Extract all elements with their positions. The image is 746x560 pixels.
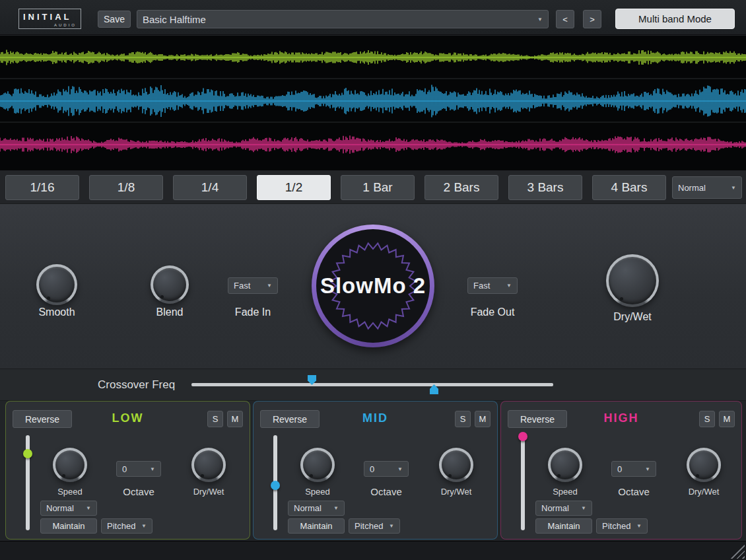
band-drywet-label: Dry/Wet <box>433 487 479 497</box>
speed-knob[interactable] <box>548 448 582 482</box>
smooth-knob[interactable] <box>36 264 77 305</box>
band-volume-handle[interactable] <box>23 449 32 458</box>
top-bar: INITIAL AUDIO Save Basic Halftime ▼ < > … <box>0 0 746 35</box>
pitch-value: Pitched <box>602 521 630 531</box>
band-drywet-label: Dry/Wet <box>186 487 232 497</box>
solo-button[interactable]: S <box>699 411 715 427</box>
fade-out-select[interactable]: Fast ▼ <box>467 277 518 294</box>
band-title: HIGH <box>604 411 639 425</box>
waveform-high <box>0 123 746 166</box>
octave-select[interactable]: 0 ▼ <box>364 461 409 477</box>
timing-button-1-bar[interactable]: 1 Bar <box>341 175 415 200</box>
speed-label: Speed <box>545 487 585 497</box>
chevron-down-icon: ▼ <box>267 283 272 289</box>
timing-mode-select[interactable]: Normal ▼ <box>672 176 742 199</box>
octave-label: Octave <box>116 486 162 497</box>
drywet-knob[interactable] <box>606 254 659 307</box>
band-drywet-knob[interactable] <box>439 448 473 482</box>
band-title: MID <box>362 411 388 425</box>
multi-band-mode-button[interactable]: Multi band Mode <box>615 9 735 29</box>
mute-button[interactable]: M <box>227 411 243 427</box>
octave-label: Octave <box>363 486 409 497</box>
preset-value: Basic Halftime <box>143 14 206 25</box>
band-mode-value: Normal <box>46 503 74 513</box>
slowmo-plugin-window: INITIAL AUDIO Save Basic Halftime ▼ < > … <box>0 0 746 560</box>
band-volume-track[interactable] <box>521 435 525 530</box>
chevron-down-icon: ▼ <box>731 185 736 191</box>
timing-button-1-4[interactable]: 1/4 <box>173 175 247 200</box>
preset-select[interactable]: Basic Halftime ▼ <box>137 10 549 28</box>
fade-out-label: Fade Out <box>459 306 526 318</box>
logo-subtext: AUDIO <box>23 23 77 27</box>
band-mode-select[interactable]: Normal ▼ <box>40 501 97 516</box>
band-volume-handle[interactable] <box>518 432 527 441</box>
blend-knob[interactable] <box>151 265 189 304</box>
slowmo-title: SlowMo 2 <box>320 273 426 298</box>
band-panel-low: Reverse LOW S M Speed 0 ▼ Octave Dry/Wet… <box>5 401 250 540</box>
band-mode-select[interactable]: Normal ▼ <box>535 501 592 516</box>
resize-grip[interactable] <box>730 544 745 559</box>
reverse-button[interactable]: Reverse <box>13 410 72 428</box>
pitch-select[interactable]: Pitched ▼ <box>101 518 153 534</box>
fade-in-label: Fade In <box>220 306 286 318</box>
band-volume-handle[interactable] <box>271 481 280 490</box>
initial-audio-logo: INITIAL AUDIO <box>18 9 81 29</box>
drywet-label: Dry/Wet <box>599 311 665 323</box>
maintain-button[interactable]: Maintain <box>535 518 592 534</box>
crossover-label: Crossover Freq <box>98 378 175 392</box>
reverse-button[interactable]: Reverse <box>508 410 567 428</box>
chevron-down-icon: ▼ <box>397 466 403 472</box>
solo-button[interactable]: S <box>207 411 223 427</box>
pitch-value: Pitched <box>355 521 383 531</box>
speed-label: Speed <box>298 487 337 497</box>
mute-button[interactable]: M <box>719 411 735 427</box>
previous-preset-button[interactable]: < <box>556 10 574 28</box>
timing-button-1-16[interactable]: 1/16 <box>5 175 79 200</box>
timing-button-1-8[interactable]: 1/8 <box>89 175 163 200</box>
reverse-button[interactable]: Reverse <box>260 410 320 428</box>
crossover-section: Crossover Freq <box>0 368 746 401</box>
waveform-low <box>0 36 746 79</box>
next-preset-button[interactable]: > <box>583 10 601 28</box>
maintain-button[interactable]: Maintain <box>40 518 97 534</box>
band-drywet-knob[interactable] <box>191 448 226 482</box>
smooth-label: Smooth <box>24 306 90 318</box>
octave-select[interactable]: 0 ▼ <box>611 461 656 477</box>
chevron-down-icon: ▼ <box>141 523 147 529</box>
speed-knob[interactable] <box>300 448 335 482</box>
chevron-down-icon: ▼ <box>537 17 543 22</box>
logo-text: INITIAL <box>23 12 72 22</box>
maintain-button[interactable]: Maintain <box>288 518 345 534</box>
blend-label: Blend <box>137 306 203 318</box>
band-mode-value: Normal <box>294 503 322 513</box>
pitch-select[interactable]: Pitched ▼ <box>349 518 400 534</box>
timing-button-4-bars[interactable]: 4 Bars <box>592 175 666 200</box>
pitch-select[interactable]: Pitched ▼ <box>596 518 648 534</box>
bottom-bar <box>0 541 746 560</box>
slowmo-logo-inner: SlowMo 2 <box>316 229 430 343</box>
band-panel-mid: Reverse MID S M Speed 0 ▼ Octave Dry/Wet… <box>253 401 498 540</box>
speed-knob[interactable] <box>53 448 87 482</box>
mute-button[interactable]: M <box>475 411 491 427</box>
timing-button-1-2[interactable]: 1/2 <box>257 175 331 200</box>
save-button[interactable]: Save <box>98 11 131 28</box>
band-mode-value: Normal <box>541 503 569 513</box>
fade-out-value: Fast <box>473 281 490 291</box>
chevron-down-icon: ▼ <box>506 283 512 289</box>
timing-button-3-bars[interactable]: 3 Bars <box>508 175 582 200</box>
band-title: LOW <box>112 411 144 425</box>
waveform-mid <box>0 79 746 123</box>
band-mode-select[interactable]: Normal ▼ <box>288 501 345 516</box>
chevron-down-icon: ▼ <box>645 466 650 472</box>
octave-value: 0 <box>122 464 127 474</box>
octave-select[interactable]: 0 ▼ <box>116 461 161 477</box>
crossover-slider-track[interactable] <box>191 383 553 386</box>
band-drywet-knob[interactable] <box>687 448 721 482</box>
octave-value: 0 <box>370 464 374 474</box>
fade-in-value: Fast <box>234 281 250 291</box>
timing-button-2-bars[interactable]: 2 Bars <box>424 175 498 200</box>
solo-button[interactable]: S <box>455 411 471 427</box>
chevron-down-icon: ▼ <box>389 523 394 529</box>
fade-in-select[interactable]: Fast ▼ <box>228 277 278 294</box>
octave-label: Octave <box>611 486 657 497</box>
